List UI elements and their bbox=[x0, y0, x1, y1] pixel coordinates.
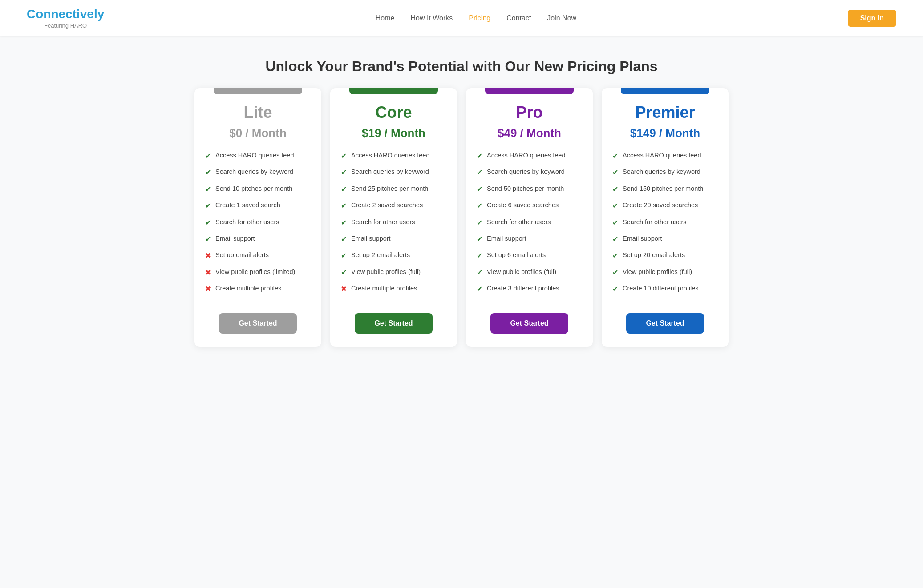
logo-main: Connectively bbox=[27, 7, 104, 21]
feature-text: Access HARO queries feed bbox=[487, 151, 566, 160]
list-item: ✔Email support bbox=[477, 234, 582, 244]
pricing-card-pro: Pro$49 / Month✔Access HARO queries feed✔… bbox=[466, 88, 593, 347]
check-icon: ✔ bbox=[205, 151, 211, 161]
plan-price-core: $19 / Month bbox=[362, 126, 425, 140]
list-item: ✔Email support bbox=[205, 234, 311, 244]
feature-text: Access HARO queries feed bbox=[351, 151, 430, 160]
cross-icon: ✖ bbox=[205, 284, 211, 294]
check-icon: ✔ bbox=[341, 185, 347, 194]
pricing-grid: Lite$0 / Month✔Access HARO queries feed✔… bbox=[172, 88, 751, 374]
feature-text: Search queries by keyword bbox=[623, 167, 700, 176]
list-item: ✔Create 1 saved search bbox=[205, 201, 311, 211]
list-item: ✔Search for other users bbox=[205, 217, 311, 228]
check-icon: ✔ bbox=[205, 234, 211, 244]
list-item: ✔Search queries by keyword bbox=[612, 167, 718, 177]
logo-sub: Featuring HARO bbox=[27, 22, 104, 29]
nav-link-how-it-works[interactable]: How It Works bbox=[410, 14, 453, 22]
feature-text: Send 50 pitches per month bbox=[487, 184, 564, 193]
feature-text: Create 6 saved searches bbox=[487, 201, 559, 209]
plan-price-pro: $49 / Month bbox=[498, 126, 561, 140]
check-icon: ✔ bbox=[341, 251, 347, 261]
feature-text: Email support bbox=[623, 234, 662, 243]
list-item: ✔Send 50 pitches per month bbox=[477, 184, 582, 194]
list-item: ✔Set up 2 email alerts bbox=[341, 250, 446, 261]
check-icon: ✔ bbox=[341, 218, 347, 228]
check-icon: ✔ bbox=[477, 185, 482, 194]
list-item: ✔Search queries by keyword bbox=[205, 167, 311, 177]
page-title-section: Unlock Your Brand's Potential with Our N… bbox=[0, 36, 923, 88]
features-list-pro: ✔Access HARO queries feed✔Search queries… bbox=[466, 151, 593, 301]
check-icon: ✔ bbox=[341, 234, 347, 244]
feature-text: Search for other users bbox=[487, 217, 551, 226]
feature-text: Search queries by keyword bbox=[487, 167, 565, 176]
list-item: ✖Create multiple profiles bbox=[341, 284, 446, 294]
feature-text: Send 10 pitches per month bbox=[215, 184, 292, 193]
list-item: ✔Send 10 pitches per month bbox=[205, 184, 311, 194]
feature-text: View public profiles (full) bbox=[351, 267, 421, 276]
nav-link-home[interactable]: Home bbox=[376, 14, 395, 22]
list-item: ✔Access HARO queries feed bbox=[477, 151, 582, 161]
nav-link-contact[interactable]: Contact bbox=[506, 14, 531, 22]
list-item: ✖View public profiles (limited) bbox=[205, 267, 311, 278]
list-item: ✔Create 10 different profiles bbox=[612, 284, 718, 294]
check-icon: ✔ bbox=[205, 218, 211, 228]
pricing-card-lite: Lite$0 / Month✔Access HARO queries feed✔… bbox=[194, 88, 321, 347]
nav: HomeHow It WorksPricingContactJoin Now bbox=[376, 14, 576, 22]
nav-link-pricing[interactable]: Pricing bbox=[469, 14, 490, 22]
check-icon: ✔ bbox=[612, 185, 618, 194]
feature-text: Create multiple profiles bbox=[215, 284, 281, 293]
feature-text: Email support bbox=[487, 234, 526, 243]
list-item: ✔Access HARO queries feed bbox=[341, 151, 446, 161]
check-icon: ✔ bbox=[612, 218, 618, 228]
list-item: ✔View public profiles (full) bbox=[612, 267, 718, 278]
feature-text: Create 20 saved searches bbox=[623, 201, 698, 209]
card-top-bar-premier bbox=[621, 88, 710, 94]
list-item: ✔Search for other users bbox=[477, 217, 582, 228]
list-item: ✔Create 20 saved searches bbox=[612, 201, 718, 211]
feature-text: Email support bbox=[351, 234, 391, 243]
list-item: ✔Search for other users bbox=[612, 217, 718, 228]
signin-button[interactable]: Sign In bbox=[848, 10, 896, 27]
card-top-bar-core bbox=[349, 88, 438, 94]
list-item: ✔Email support bbox=[612, 234, 718, 244]
feature-text: Create 2 saved searches bbox=[351, 201, 423, 209]
check-icon: ✔ bbox=[612, 234, 618, 244]
check-icon: ✔ bbox=[612, 201, 618, 211]
list-item: ✔Search for other users bbox=[341, 217, 446, 228]
check-icon: ✔ bbox=[612, 284, 618, 294]
card-top-bar-lite bbox=[214, 88, 303, 94]
feature-text: Access HARO queries feed bbox=[215, 151, 294, 160]
check-icon: ✔ bbox=[477, 284, 482, 294]
list-item: ✔Create 6 saved searches bbox=[477, 201, 582, 211]
feature-text: View public profiles (limited) bbox=[215, 267, 295, 276]
get-started-btn-premier[interactable]: Get Started bbox=[626, 313, 704, 334]
check-icon: ✔ bbox=[341, 151, 347, 161]
check-icon: ✔ bbox=[477, 268, 482, 278]
header: Connectively Featuring HARO HomeHow It W… bbox=[0, 0, 923, 36]
feature-text: Set up 2 email alerts bbox=[351, 250, 410, 259]
list-item: ✔Set up 6 email alerts bbox=[477, 250, 582, 261]
features-list-premier: ✔Access HARO queries feed✔Search queries… bbox=[602, 151, 729, 301]
check-icon: ✔ bbox=[341, 168, 347, 177]
pricing-card-core: Core$19 / Month✔Access HARO queries feed… bbox=[330, 88, 457, 347]
get-started-btn-lite[interactable]: Get Started bbox=[219, 313, 296, 334]
feature-text: Create 10 different profiles bbox=[623, 284, 699, 293]
plan-price-premier: $149 / Month bbox=[630, 126, 700, 140]
feature-text: Email support bbox=[215, 234, 255, 243]
check-icon: ✔ bbox=[612, 251, 618, 261]
check-icon: ✔ bbox=[477, 168, 482, 177]
list-item: ✔View public profiles (full) bbox=[341, 267, 446, 278]
list-item: ✖Create multiple profiles bbox=[205, 284, 311, 294]
cross-icon: ✖ bbox=[341, 284, 347, 294]
get-started-btn-pro[interactable]: Get Started bbox=[490, 313, 568, 334]
check-icon: ✔ bbox=[341, 268, 347, 278]
feature-text: Access HARO queries feed bbox=[623, 151, 701, 160]
check-icon: ✔ bbox=[477, 201, 482, 211]
list-item: ✖Set up email alerts bbox=[205, 250, 311, 261]
feature-text: Create 3 different profiles bbox=[487, 284, 559, 293]
get-started-btn-core[interactable]: Get Started bbox=[355, 313, 432, 334]
check-icon: ✔ bbox=[612, 168, 618, 177]
plan-name-pro: Pro bbox=[516, 103, 542, 122]
feature-text: Set up 20 email alerts bbox=[623, 250, 685, 259]
nav-link-join-now[interactable]: Join Now bbox=[547, 14, 576, 22]
